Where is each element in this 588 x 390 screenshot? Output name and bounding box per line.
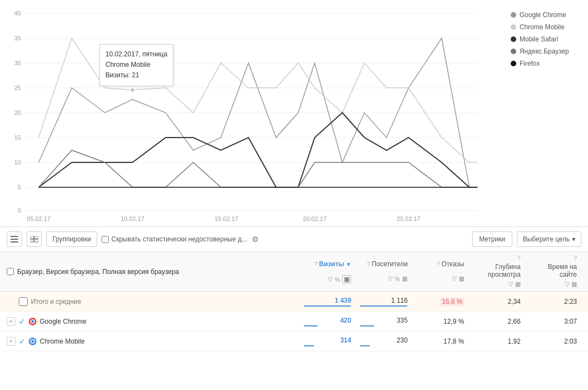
google-chrome-bounce: 12,9 % — [412, 318, 468, 325]
select-all-checkbox[interactable] — [7, 268, 14, 275]
total-depth-value: 2,34 — [469, 298, 525, 305]
expand-chrome-mobile-button[interactable]: + — [7, 337, 15, 346]
legend-dot-yandex-browser — [511, 49, 516, 54]
table-header: Браузер, Версия браузера, Полная версия … — [0, 252, 588, 292]
sort-arrow-visits[interactable]: ▼ — [346, 261, 351, 267]
table-view-button[interactable] — [27, 231, 42, 247]
toolbar: Группировки Скрывать статистически недос… — [0, 227, 588, 252]
groupings-button[interactable]: Группировки — [46, 231, 97, 247]
filter-icon-visits[interactable]: ▽ — [328, 276, 332, 283]
bar-icon-visits[interactable]: ▦ — [342, 275, 351, 283]
legend-label-mobile-safari: Mobile Safari — [520, 35, 558, 43]
goal-dropdown[interactable]: Выберите цель ▾ — [517, 231, 581, 247]
hide-unreliable-checkbox-label[interactable]: Скрывать статистически недостоверные д..… — [102, 235, 247, 243]
filter-icon-bounce[interactable]: ▽ — [452, 275, 457, 282]
row-dimension-chrome-mobile: + ✓ Chrome Mobile — [7, 337, 299, 346]
expand-google-chrome-button[interactable]: + — [7, 317, 15, 326]
legend-item-yandex-browser: Яндекс.Браузер — [511, 48, 577, 55]
visits-header-label: Визиты — [319, 260, 345, 268]
chrome-mobile-label: Chrome Mobile — [40, 338, 84, 345]
legend-dot-mobile-safari — [511, 36, 516, 42]
total-row-label: Итого и средние — [31, 298, 81, 305]
chart-legend: Google Chrome Chrome Mobile Mobile Safar… — [505, 6, 577, 67]
google-chrome-time: 3:07 — [525, 318, 581, 325]
google-chrome-label: Google Chrome — [40, 318, 87, 325]
info-icon-bounce: ? — [437, 261, 440, 267]
filter-icon-time[interactable]: ▽ — [565, 281, 569, 288]
total-row-metrics: 1 439 1 116 16,8 % 2,34 2:23 — [299, 297, 581, 307]
svg-text:15.02.17: 15.02.17 — [215, 215, 239, 221]
legend-dot-chrome-mobile — [511, 24, 516, 30]
check-icon-chrome-mobile: ✓ — [19, 337, 25, 346]
svg-text:25.02.17: 25.02.17 — [397, 215, 421, 221]
bar-icon-depth[interactable]: ▦ — [515, 281, 521, 288]
filter-icon-visitors[interactable]: ▽ — [388, 275, 393, 282]
chrome-mobile-depth: 1,92 — [469, 338, 525, 345]
total-visitors-value: 1 116 — [356, 297, 412, 307]
info-icon-visitors: ? — [367, 261, 370, 267]
svg-rect-27 — [30, 236, 34, 239]
visitors-header-label: Посетители — [372, 260, 407, 268]
metric-col-visits: ? Визиты ▼ ▽ % ▦ — [299, 255, 356, 283]
dimension-header: Браузер, Версия браузера, Полная версия … — [7, 268, 299, 276]
google-chrome-visits: 420 — [299, 317, 356, 326]
svg-text:0: 0 — [18, 207, 21, 214]
goal-label: Выберите цель — [523, 235, 570, 243]
list-view-button[interactable] — [7, 231, 22, 247]
metric-col-visitors: ? Посетители ▽ % ▦ — [356, 255, 412, 282]
time-header-label: Время на сайте — [529, 263, 577, 278]
bar-icon-time[interactable]: ▦ — [571, 281, 577, 288]
metric-header-bounce: ? Отказы — [437, 255, 464, 273]
legend-item-mobile-safari: Mobile Safari — [511, 35, 577, 43]
chart-area: 40 35 30 25 20 15 10 5 0 05 — [6, 6, 505, 221]
row-metrics-google-chrome: 420 335 12,9 % 2,66 3:07 — [299, 317, 581, 326]
metric-header-time: ? Время на сайте — [529, 255, 577, 278]
chrome-mobile-visits-bar — [304, 345, 314, 346]
total-row: Итого и средние 1 439 1 116 16,8 % 2,34 … — [0, 292, 588, 312]
settings-icon[interactable]: ⚙ — [252, 235, 259, 244]
metric-col-bounce: ? Отказы ▽ ▦ — [412, 255, 468, 282]
svg-text:15: 15 — [14, 134, 21, 141]
metrics-header: ? Визиты ▼ ▽ % ▦ ? Посетители ▽ % — [299, 255, 581, 288]
hide-unreliable-checkbox[interactable] — [102, 236, 109, 243]
row-chrome-mobile: + ✓ Chrome Mobile 314 230 17,8 % 1,92 — [0, 331, 588, 351]
svg-point-23 — [130, 88, 135, 92]
google-chrome-visits-bar — [304, 325, 317, 326]
total-row-checkbox[interactable] — [19, 297, 28, 306]
svg-text:25: 25 — [14, 85, 21, 91]
depth-metric-icons: ▽ ▦ — [508, 281, 521, 288]
svg-text:40: 40 — [14, 10, 21, 17]
svg-text:20.02.17: 20.02.17 — [303, 215, 327, 221]
percent-icon-visitors[interactable]: % — [395, 276, 400, 282]
row-dimension-google-chrome: + ✓ Google Chrome — [7, 317, 299, 326]
total-time-value: 2:23 — [525, 298, 581, 305]
info-icon-depth: ? — [517, 255, 521, 261]
legend-label-google-chrome: Google Chrome — [520, 11, 566, 19]
filter-icon-depth[interactable]: ▽ — [508, 281, 513, 288]
metrics-button[interactable]: Метрики — [472, 231, 512, 247]
svg-rect-25 — [10, 239, 18, 240]
metric-header-visits: ? Визиты ▼ — [314, 255, 351, 273]
metric-col-time: ? Время на сайте ▽ ▦ — [525, 255, 581, 288]
bar-icon-bounce[interactable]: ▦ — [459, 275, 464, 282]
legend-item-chrome-mobile: Chrome Mobile — [511, 23, 577, 31]
total-visits-bar — [304, 305, 351, 307]
chrome-mobile-visitors-bar — [360, 345, 370, 346]
metric-header-visitors: ? Посетители — [367, 255, 408, 273]
svg-text:20: 20 — [14, 109, 21, 116]
bar-icon-visitors[interactable]: ▦ — [402, 275, 407, 282]
visits-metric-icons: ▽ % ▦ — [328, 275, 351, 283]
browser-icon-chrome-mobile — [29, 338, 36, 345]
total-visits-value: 1 439 — [299, 297, 356, 307]
info-icon-time: ? — [574, 255, 577, 261]
svg-rect-30 — [34, 239, 38, 242]
visitors-metric-icons: ▽ % ▦ — [388, 275, 408, 282]
google-chrome-visitors: 335 — [356, 317, 412, 326]
percent-icon-visits[interactable]: % — [335, 276, 340, 283]
table-section: Группировки Скрывать статистически недос… — [0, 227, 588, 351]
svg-text:05.02.17: 05.02.17 — [27, 215, 51, 221]
legend-label-chrome-mobile: Chrome Mobile — [520, 23, 564, 31]
legend-dot-firefox — [511, 61, 516, 66]
svg-rect-24 — [10, 236, 18, 237]
legend-item-firefox: Firefox — [511, 60, 577, 67]
